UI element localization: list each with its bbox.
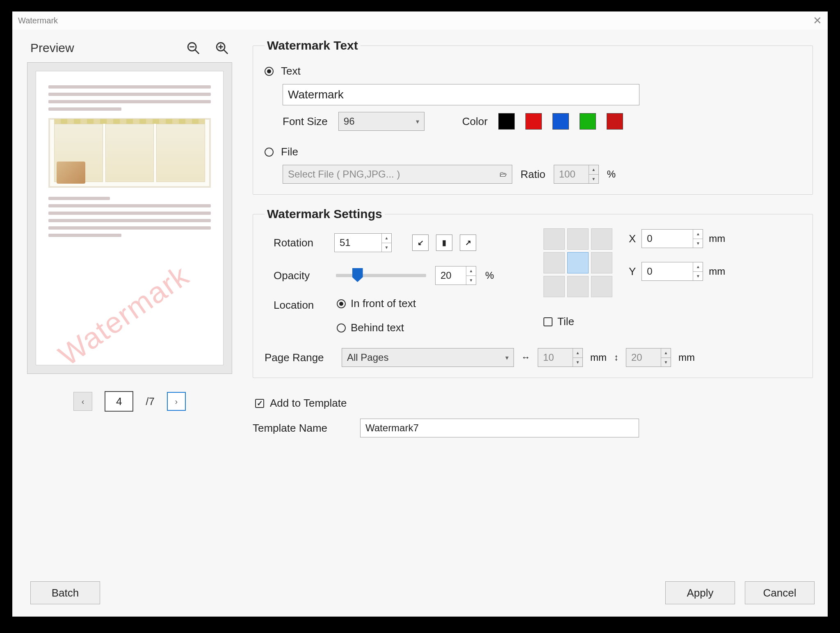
dialog-title: Watermark (18, 16, 58, 25)
settings-panel: Watermark Text Text Watermark Font Size … (253, 39, 813, 577)
watermark-settings-legend: Watermark Settings (265, 207, 385, 221)
watermark-text-group: Watermark Text Text Watermark Font Size … (253, 39, 813, 195)
opacity-spin[interactable]: 20 ▲▼ (435, 266, 476, 285)
zoom-out-icon[interactable] (186, 41, 200, 55)
pos-mid-right[interactable] (591, 252, 612, 273)
location-front-label: In front of text (351, 297, 416, 310)
apply-button[interactable]: Apply (665, 581, 735, 604)
radio-text[interactable] (265, 67, 274, 76)
rotate-right-icon[interactable]: ↗ (460, 235, 476, 251)
pos-top-center[interactable] (567, 228, 589, 250)
chevron-down-icon: ▾ (416, 118, 419, 125)
opacity-slider[interactable] (336, 274, 426, 277)
y-label: Y (629, 265, 636, 278)
font-size-combo[interactable]: 96 ▾ (338, 112, 425, 131)
preview-box: Watermark (27, 62, 232, 374)
page-thumbnail[interactable]: Watermark (36, 71, 224, 365)
x-spin[interactable]: 0 ▲▼ (641, 229, 703, 248)
zoom-controls (186, 41, 229, 55)
tile-checkbox[interactable] (543, 317, 552, 326)
dialog-body: Preview (12, 30, 828, 577)
select-file-input[interactable]: Select File ( PNG,JPG... ) 🗁 (283, 165, 512, 184)
y-spin[interactable]: 0 ▲▼ (641, 262, 703, 281)
close-icon[interactable]: ✕ (813, 14, 822, 27)
svg-line-4 (224, 50, 228, 54)
dialog-footer: Batch Apply Cancel (12, 577, 828, 617)
pos-mid-center[interactable] (567, 252, 589, 273)
pos-top-left[interactable] (543, 228, 565, 250)
watermark-preview-text: Watermark (52, 258, 195, 365)
y-unit: mm (709, 266, 725, 277)
preview-panel: Preview (27, 39, 232, 577)
color-swatch-black[interactable] (498, 113, 515, 130)
preview-header: Preview (27, 39, 232, 62)
radio-text-label: Text (281, 65, 301, 77)
page-number-input[interactable]: 4 (105, 391, 133, 412)
tile-label: Tile (557, 315, 574, 328)
page-range-combo[interactable]: All Pages ▾ (342, 348, 514, 367)
color-label: Color (462, 115, 488, 128)
slider-thumb[interactable] (352, 268, 363, 282)
zoom-in-icon[interactable] (215, 41, 229, 55)
location-behind-label: Behind text (351, 321, 404, 334)
ratio-spin[interactable]: 100 ▲▼ (554, 165, 599, 184)
color-swatch-red[interactable] (525, 113, 542, 130)
pos-top-right[interactable] (591, 228, 612, 250)
color-swatch-blue[interactable] (552, 113, 569, 130)
x-unit: mm (709, 233, 725, 244)
preview-label: Preview (30, 41, 74, 55)
opacity-unit: % (485, 270, 494, 281)
radio-location-behind[interactable] (337, 323, 346, 332)
titlebar: Watermark ✕ (12, 11, 828, 30)
x-label: X (629, 232, 636, 245)
template-name-label: Template Name (253, 422, 351, 435)
next-page-button[interactable]: › (167, 392, 186, 411)
rotation-label: Rotation (274, 237, 327, 249)
watermark-settings-group: Watermark Settings Rotation 51 ▲▼ ↙ (253, 207, 813, 378)
batch-button[interactable]: Batch (30, 581, 100, 604)
rotate-none-icon[interactable]: ▮ (436, 235, 452, 251)
cancel-button[interactable]: Cancel (745, 581, 815, 604)
pos-bot-left[interactable] (543, 276, 565, 297)
tile-h-spin[interactable]: 10 ▲▼ (538, 348, 583, 367)
radio-file[interactable] (265, 148, 274, 157)
opacity-label: Opacity (274, 269, 327, 282)
tile-horizontal-icon (521, 352, 530, 363)
pos-bot-right[interactable] (591, 276, 612, 297)
watermark-text-legend: Watermark Text (265, 39, 361, 52)
add-to-template-checkbox[interactable] (255, 399, 264, 408)
color-swatch-darkred[interactable] (607, 113, 623, 130)
watermark-text-input[interactable]: Watermark (283, 84, 639, 105)
svg-line-1 (195, 50, 199, 54)
color-swatch-green[interactable] (580, 113, 596, 130)
page-range-label: Page Range (265, 351, 334, 364)
font-size-label: Font Size (283, 115, 328, 128)
ratio-unit: % (607, 168, 616, 180)
pos-bot-center[interactable] (567, 276, 589, 297)
ratio-label: Ratio (520, 168, 546, 181)
rotation-spin[interactable]: 51 ▲▼ (334, 233, 392, 252)
chevron-down-icon: ▾ (505, 354, 509, 362)
tile-vertical-icon (614, 352, 619, 363)
template-name-input[interactable]: Watermark7 (360, 419, 639, 437)
pager: ‹ 4 /7 › (27, 391, 232, 412)
location-label: Location (274, 297, 327, 312)
position-grid (543, 228, 612, 297)
prev-page-button[interactable]: ‹ (73, 392, 92, 411)
add-to-template-label: Add to Template (270, 397, 347, 410)
tile-v-spin[interactable]: 20 ▲▼ (626, 348, 671, 367)
radio-location-front[interactable] (337, 299, 346, 308)
watermark-dialog: Watermark ✕ Preview (12, 11, 828, 617)
rotate-left-icon[interactable]: ↙ (412, 235, 429, 251)
pos-mid-left[interactable] (543, 252, 565, 273)
page-total: /7 (146, 395, 155, 408)
radio-file-label: File (281, 146, 298, 158)
folder-open-icon: 🗁 (500, 170, 507, 179)
